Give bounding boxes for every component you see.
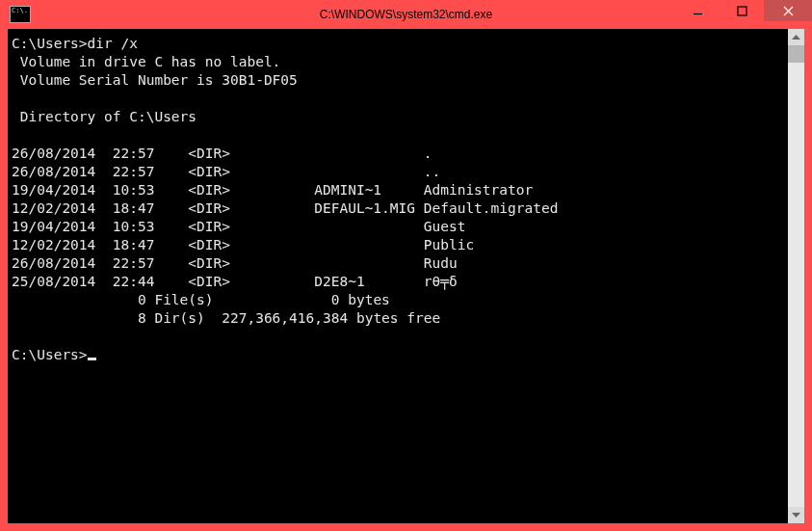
- titlebar[interactable]: C:\. C:\WINDOWS\system32\cmd.exe: [0, 0, 812, 29]
- maximize-button[interactable]: [720, 0, 764, 21]
- minimize-button[interactable]: [675, 0, 720, 21]
- prompt-text: C:\Users>: [12, 347, 88, 362]
- svg-marker-5: [792, 513, 800, 518]
- scroll-down-arrow[interactable]: [788, 507, 804, 523]
- scroll-track[interactable]: [788, 45, 804, 507]
- cmd-window: C:\. C:\WINDOWS\system32\cmd.exe C:\User…: [0, 0, 812, 531]
- summary-files: 0 File(s) 0 bytes: [12, 291, 786, 309]
- dir-row: 19/04/2014 10:53 <DIR>ADMINI~1Administra…: [12, 181, 786, 199]
- summary-dirs: 8 Dir(s) 227,366,416,384 bytes free: [12, 309, 786, 328]
- scroll-up-arrow[interactable]: [788, 29, 804, 45]
- cmd-icon: C:\.: [10, 6, 31, 23]
- cursor: [88, 358, 96, 360]
- svg-marker-4: [792, 35, 800, 40]
- dir-row: 19/04/2014 10:53 <DIR>Guest: [12, 218, 786, 236]
- console-wrapper: C:\Users>dir /x Volume in drive C has no…: [0, 29, 812, 531]
- dir-row: 26/08/2014 22:57 <DIR>..: [12, 163, 786, 181]
- window-controls: [675, 0, 812, 29]
- command-text: dir /x: [88, 36, 138, 51]
- close-button[interactable]: [764, 0, 812, 21]
- volume-line-1: Volume in drive C has no label.: [12, 54, 280, 69]
- dir-row: 25/08/2014 22:44 <DIR>D2E8~1rθ╤δ: [12, 273, 786, 291]
- volume-line-2: Volume Serial Number is 30B1-DF05: [12, 72, 298, 88]
- scroll-thumb[interactable]: [788, 45, 804, 63]
- console-content[interactable]: C:\Users>dir /x Volume in drive C has no…: [8, 29, 788, 523]
- dir-row: 12/02/2014 18:47 <DIR>DEFAUL~1.MIGDefaul…: [12, 199, 786, 218]
- dir-row: 26/08/2014 22:57 <DIR>Rudu: [12, 254, 786, 273]
- vertical-scrollbar[interactable]: [788, 29, 804, 523]
- directory-of-line: Directory of C:\Users: [12, 109, 196, 124]
- prompt-text: C:\Users>: [12, 36, 88, 51]
- dir-row: 12/02/2014 18:47 <DIR>Public: [12, 236, 786, 254]
- console: C:\Users>dir /x Volume in drive C has no…: [8, 29, 804, 523]
- svg-rect-1: [738, 7, 747, 15]
- dir-row: 26/08/2014 22:57 <DIR>.: [12, 145, 786, 163]
